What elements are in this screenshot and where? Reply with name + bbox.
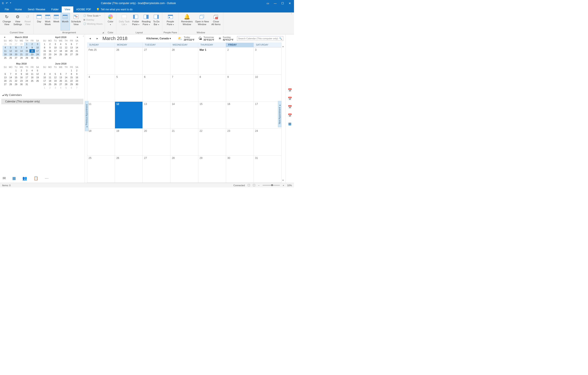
reset-view-button[interactable]: ↺Reset View bbox=[23, 13, 32, 31]
calendar-cell[interactable]: 2 bbox=[226, 47, 254, 75]
zoom-out-icon[interactable]: − bbox=[258, 184, 259, 187]
view-settings-button[interactable]: ⚙View Settings bbox=[12, 13, 23, 31]
calendar-cell[interactable]: 29 bbox=[198, 155, 226, 182]
close-all-items-button[interactable]: ✕Close All Items bbox=[210, 13, 222, 31]
calendar-cell[interactable]: 30 bbox=[226, 155, 254, 182]
next-appointment-tab[interactable]: Next Appointment ► bbox=[278, 101, 282, 127]
mini-calendar[interactable]: May 2018SUMOTUWETHFRSA123456789101112131… bbox=[2, 61, 41, 91]
week-button[interactable]: Week bbox=[52, 13, 61, 31]
peek-month-icon[interactable]: ▦ bbox=[288, 122, 291, 126]
reading-pane-button[interactable]: Reading Pane ▾ bbox=[141, 13, 152, 31]
calendar-cell[interactable]: 13 bbox=[143, 101, 170, 129]
peek-day-icon[interactable]: 📅 bbox=[288, 105, 292, 109]
search-input[interactable]: Search Calendar (This computer only) 🔍 bbox=[237, 36, 283, 41]
weather-card[interactable]: ☀Sunday42°F/17°F bbox=[218, 36, 234, 41]
quick-save-icon[interactable]: ⎘ bbox=[2, 2, 4, 5]
calendar-cell[interactable]: 26 bbox=[115, 155, 143, 182]
tab-adobe-pdf[interactable]: ADOBE PDF bbox=[73, 6, 94, 12]
calendar-cell[interactable]: 3 bbox=[254, 47, 282, 75]
tab-file[interactable]: File bbox=[2, 6, 12, 12]
zoom-in-icon[interactable]: + bbox=[283, 184, 284, 187]
calendar-cell[interactable]: 20 bbox=[143, 128, 170, 155]
calendar-cell[interactable]: 6 bbox=[143, 75, 170, 101]
day-button[interactable]: Day bbox=[35, 13, 43, 31]
mail-icon[interactable]: ✉ bbox=[3, 176, 6, 181]
calendar-cell[interactable]: 28 bbox=[170, 47, 198, 75]
tasks-icon[interactable]: 📋 bbox=[33, 176, 38, 181]
close-icon[interactable]: ✕ bbox=[289, 2, 291, 5]
month-button[interactable]: Month bbox=[61, 13, 70, 31]
folder-pane-button[interactable]: Folder Pane ▾ bbox=[131, 13, 141, 31]
search-icon[interactable]: 🔍 bbox=[279, 37, 282, 40]
todo-bar-button[interactable]: To-Do Bar ▾ bbox=[152, 13, 161, 31]
calendar-cell[interactable]: 4 bbox=[87, 75, 115, 101]
calendar-cell[interactable]: 14 bbox=[170, 101, 198, 129]
calendar-cell[interactable]: 16 bbox=[226, 101, 254, 129]
mini-prev-icon[interactable]: ◄ bbox=[3, 36, 6, 38]
calendar-cell[interactable]: 24 bbox=[254, 128, 282, 155]
more-icon[interactable]: ⋯ bbox=[45, 176, 49, 181]
mini-next-icon[interactable]: ► bbox=[76, 36, 79, 38]
tab-folder[interactable]: Folder bbox=[48, 6, 62, 12]
calendar-cell[interactable]: 10 bbox=[254, 75, 282, 101]
my-calendars-header[interactable]: ◢My Calendars bbox=[0, 92, 85, 98]
calendar-list-item[interactable]: Calendar (This computer only) bbox=[1, 99, 83, 104]
calendar-cell[interactable]: 22 bbox=[198, 128, 226, 155]
open-in-new-window-button[interactable]: Open in New Window bbox=[194, 13, 210, 31]
dialog-launcher-icon[interactable]: ◢ bbox=[102, 32, 104, 33]
weather-card[interactable]: ⛅Today28°F/22°F bbox=[178, 36, 195, 41]
maximize-icon[interactable]: ☐ bbox=[281, 2, 284, 5]
calendar-cell[interactable]: 11 bbox=[87, 101, 115, 129]
view-reading-icon[interactable] bbox=[253, 184, 255, 187]
color-button[interactable]: Color▾ bbox=[106, 13, 115, 31]
calendar-cell[interactable]: 25 bbox=[87, 155, 115, 182]
calendar-cell[interactable]: 27 bbox=[143, 155, 170, 182]
calendar-cell[interactable]: 9 bbox=[226, 75, 254, 101]
reminders-window-button[interactable]: 🔔Reminders Window bbox=[180, 13, 194, 31]
work-week-button[interactable]: Work Week bbox=[43, 13, 52, 31]
change-view-button[interactable]: ↻Change View bbox=[1, 13, 12, 31]
people-pane-button[interactable]: People Pane ▾ bbox=[165, 13, 175, 31]
peek-people-icon[interactable]: 📅 bbox=[288, 88, 292, 92]
calendar-cell[interactable]: 5 bbox=[115, 75, 143, 101]
calendar-cell[interactable]: 19 bbox=[115, 128, 143, 155]
calendar-cell[interactable]: 26 bbox=[115, 47, 143, 75]
tab-home[interactable]: Home bbox=[12, 6, 25, 12]
calendar-cell[interactable]: Feb 25 bbox=[87, 47, 115, 75]
calendar-cell[interactable]: 21 bbox=[170, 128, 198, 155]
zoom-slider[interactable] bbox=[263, 185, 280, 186]
calendar-icon[interactable]: ▦ bbox=[12, 176, 16, 181]
undo-icon[interactable]: ↶ bbox=[6, 2, 8, 5]
view-normal-icon[interactable] bbox=[248, 184, 250, 187]
prev-month-button[interactable]: ◄ bbox=[88, 37, 92, 40]
calendar-cell[interactable]: 18 bbox=[87, 128, 115, 155]
time-scale-button[interactable]: 🕓Time Scale ▾ bbox=[82, 14, 104, 17]
minimize-icon[interactable]: ― bbox=[274, 2, 277, 5]
calendar-cell[interactable]: 17 bbox=[254, 101, 282, 129]
collapse-nav-icon[interactable]: ‹ bbox=[82, 34, 85, 92]
collapse-ribbon-icon[interactable]: ˆ bbox=[291, 12, 294, 34]
weather-card[interactable]: 🌤Tomorrow35°F/21°F bbox=[198, 36, 214, 41]
scroll-down-icon[interactable]: ▼ bbox=[282, 179, 285, 182]
calendar-cell[interactable]: 8 bbox=[198, 75, 226, 101]
weather-location[interactable]: Kitchener, Canada ▾ bbox=[146, 37, 171, 40]
next-month-button[interactable]: ► bbox=[95, 37, 99, 40]
calendar-cell[interactable]: 27 bbox=[143, 47, 170, 75]
calendar-cell[interactable]: 31 bbox=[254, 155, 282, 182]
peek-tasks-icon[interactable]: 📅 bbox=[288, 113, 292, 118]
tab-view[interactable]: View bbox=[62, 6, 73, 12]
peek-calendar-icon[interactable]: 📅 bbox=[288, 96, 292, 101]
calendar-cell[interactable]: 28 bbox=[170, 155, 198, 182]
mini-calendar[interactable]: June 2018SUMOTUWETHFRSA12345678910111213… bbox=[41, 61, 80, 91]
ribbon-options-icon[interactable]: ▭ bbox=[266, 2, 269, 5]
daily-task-list-button[interactable]: Daily Task List ▾ bbox=[117, 13, 131, 31]
tell-me[interactable]: 💡 Tell me what you want to do bbox=[94, 6, 133, 12]
mini-calendar[interactable]: ►April 2018SUMOTUWETHFRSA123456789101112… bbox=[41, 35, 80, 61]
qat-dropdown-icon[interactable]: ▾ bbox=[10, 2, 11, 5]
previous-appointment-tab[interactable]: ► Previous Appointment bbox=[85, 101, 89, 131]
calendar-cell[interactable]: Mar 1 bbox=[198, 47, 226, 75]
month-grid[interactable]: Feb 25262728Mar 123456789101112131415161… bbox=[87, 47, 282, 183]
calendar-cell[interactable]: 7 bbox=[170, 75, 198, 101]
calendar-cell[interactable]: 12 bbox=[115, 101, 143, 129]
tab-send-receive[interactable]: Send / Receive bbox=[25, 6, 48, 12]
